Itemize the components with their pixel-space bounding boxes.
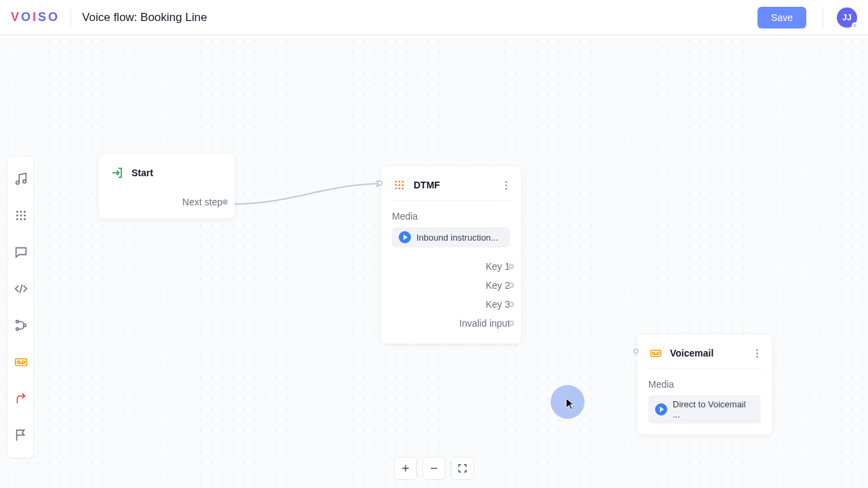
port-key-1[interactable] [509,264,514,269]
svg-point-5 [16,215,18,217]
voicemail-icon [14,354,28,369]
svg-point-12 [16,328,19,331]
svg-point-1 [23,180,26,183]
svg-point-18 [399,181,401,183]
svg-point-7 [24,215,26,217]
logo: VOISO [11,10,60,24]
node-menu-button[interactable] [502,178,510,192]
music-icon [14,171,28,186]
arrow-turn-icon [14,391,28,406]
node-voicemail[interactable]: Voicemail Media Direct to Voicemail ... [637,335,772,434]
svg-point-6 [20,215,22,217]
media-pill[interactable]: Direct to Voicemail ... [648,395,761,424]
media-name: Inbound instruction... [416,232,498,243]
cursor-icon [566,398,575,410]
fit-button[interactable] [451,457,474,480]
keypad-icon [14,208,28,223]
port-in[interactable] [633,348,639,354]
svg-point-11 [16,321,19,323]
avatar[interactable]: JJ [837,7,857,28]
header: VOISO Voice flow: Booking Line Save JJ [0,0,868,35]
node-voicemail-title: Voicemail [670,348,747,359]
fullscreen-icon [457,463,468,474]
flag-tool[interactable] [7,417,35,453]
code-tool[interactable] [7,270,35,307]
key-3-label: Key 3 [486,299,510,310]
edge-start-to-dtmf [235,177,385,218]
svg-point-25 [402,188,404,190]
page-title: Voice flow: Booking Line [82,11,207,24]
node-dtmf[interactable]: DTMF Media Inbound instruction... Key 1 … [381,167,521,344]
port-key-3[interactable] [509,302,514,307]
svg-point-9 [20,218,22,220]
key-1-label: Key 1 [486,261,510,272]
plus-icon [400,463,411,474]
media-name: Direct to Voicemail ... [673,399,754,420]
invalid-input-label: Invalid input [459,318,510,329]
svg-point-21 [399,184,401,186]
node-menu-button[interactable] [753,346,761,361]
branch-tool[interactable] [7,307,35,344]
tool-sidebar [7,156,34,458]
next-step-label: Next step [182,197,222,207]
key-2-label: Key 2 [486,280,510,291]
svg-point-22 [402,184,404,186]
zoom-out-button[interactable] [422,457,446,480]
voicemail-tool[interactable] [7,344,35,380]
chat-icon [14,245,28,260]
svg-point-19 [402,181,404,183]
svg-point-3 [20,211,22,213]
media-section-label: Media [392,211,510,222]
code-icon [14,281,28,296]
node-dtmf-title: DTMF [414,180,496,190]
svg-point-24 [399,188,401,190]
flag-icon [14,428,28,443]
branch-icon [14,318,28,333]
play-icon[interactable] [655,403,667,415]
zoom-in-button[interactable] [394,457,417,480]
avatar-initials: JJ [842,13,851,22]
transfer-tool[interactable] [7,380,35,417]
media-tool[interactable] [7,161,35,197]
canvas[interactable]: Start Next step DTMF Media Inbound instr… [0,35,868,488]
media-pill[interactable]: Inbound instruction... [392,227,510,247]
port-in[interactable] [377,180,382,186]
chat-tool[interactable] [7,234,35,270]
media-section-label: Media [648,379,761,390]
status-dot [852,22,858,28]
dtmf-tool[interactable] [7,197,35,234]
svg-point-13 [24,324,26,327]
zoom-controls [394,457,474,480]
dtmf-icon [392,178,407,192]
svg-point-8 [16,218,18,220]
node-start-title: Start [132,167,224,178]
svg-point-20 [395,184,397,186]
port-out[interactable] [222,199,228,205]
port-invalid[interactable] [509,321,514,326]
svg-point-4 [24,211,26,213]
svg-point-23 [395,188,397,190]
svg-point-10 [24,218,26,220]
divider [71,9,71,26]
port-key-2[interactable] [509,283,514,288]
svg-point-2 [16,211,18,213]
node-start[interactable]: Start Next step [99,155,235,218]
svg-point-0 [16,181,20,184]
voicemail-node-icon [648,346,663,361]
save-button[interactable]: Save [757,7,806,28]
start-icon [110,165,125,180]
minus-icon [429,463,439,474]
play-icon[interactable] [399,231,411,243]
svg-point-17 [395,181,397,183]
avatar-wrap: JJ [823,7,857,28]
